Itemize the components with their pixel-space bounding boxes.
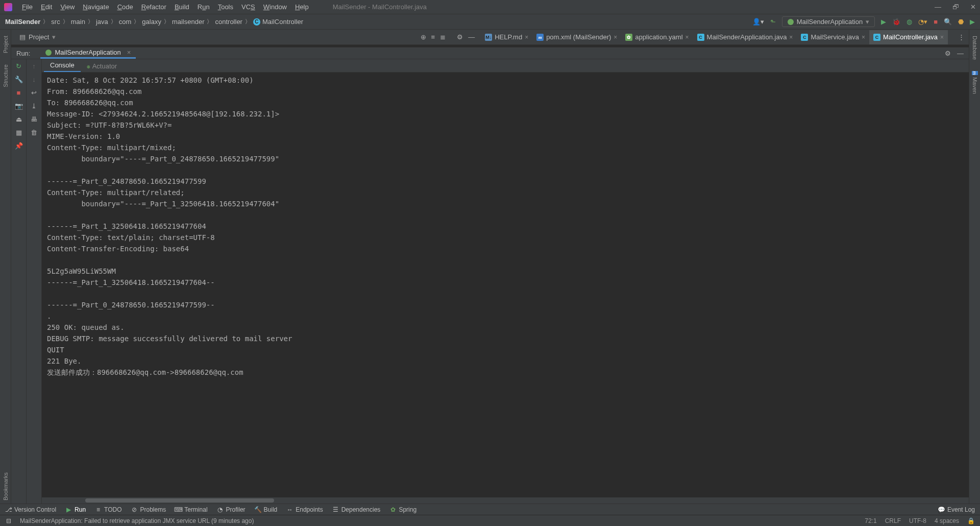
locate-icon[interactable]: ⊕ xyxy=(421,33,426,41)
minimize-button[interactable]: — xyxy=(935,3,941,11)
build-icon[interactable]: ⬑ xyxy=(770,18,776,26)
editor-tab[interactable]: mpom.xml (MailSender)× xyxy=(532,30,621,44)
tool-project[interactable]: Project xyxy=(2,33,10,56)
menu-help[interactable]: Help xyxy=(291,2,312,12)
soft-wrap-icon[interactable]: ↩ xyxy=(30,88,39,97)
menu-tools[interactable]: Tools xyxy=(214,2,237,12)
tool-structure[interactable]: Structure xyxy=(2,61,10,90)
menu-refactor[interactable]: Refactor xyxy=(138,2,170,12)
stop-button[interactable]: ■ xyxy=(934,18,938,26)
editor-tab[interactable]: CMailService.java× xyxy=(797,30,869,44)
toolwindow-settings-icon[interactable]: ⚙ xyxy=(945,50,951,57)
indent-setting[interactable]: 4 spaces xyxy=(935,517,959,524)
settings-icon[interactable]: ⚙ xyxy=(457,33,463,41)
debug-button[interactable]: 🐞 xyxy=(892,18,900,26)
actuator-tab[interactable]: ⎈Actuator xyxy=(81,60,123,72)
clear-all-icon[interactable]: 🗑 xyxy=(30,128,39,137)
search-everywhere-icon[interactable]: 🔍 xyxy=(944,18,952,26)
coverage-button[interactable]: ◍ xyxy=(906,18,912,26)
hide-panel-icon[interactable]: — xyxy=(468,33,475,41)
breadcrumb-item[interactable]: main xyxy=(71,18,85,26)
close-tab-icon[interactable]: × xyxy=(940,34,944,41)
expand-all-icon[interactable]: ≡ xyxy=(431,33,435,41)
collapse-all-icon[interactable]: ≣ xyxy=(440,33,446,41)
close-window-button[interactable]: ✕ xyxy=(970,3,976,11)
console-output[interactable]: Date: Sat, 8 Oct 2022 16:57:57 +0800 (GM… xyxy=(42,73,969,497)
tool-build[interactable]: 🔨Build xyxy=(255,506,278,513)
file-encoding[interactable]: UTF-8 xyxy=(909,517,926,524)
rerun-icon[interactable]: ↻ xyxy=(14,61,23,70)
maven-file-icon: m xyxy=(536,34,544,41)
scroll-to-end-icon[interactable]: ⤓ xyxy=(30,101,39,110)
exit-icon[interactable]: ⏏ xyxy=(14,114,23,124)
menu-navigate[interactable]: Navigate xyxy=(79,2,112,12)
down-stack-icon[interactable]: ↓ xyxy=(30,75,39,84)
tool-profiler[interactable]: ◔Profiler xyxy=(217,506,246,513)
tool-todo[interactable]: ≡TODO xyxy=(95,506,121,513)
ide-settings-icon[interactable]: ▶ xyxy=(970,18,975,26)
project-dropdown[interactable]: ▤ Project ▾ xyxy=(15,32,60,42)
run-configuration-selector[interactable]: MailSenderApplication ▾ xyxy=(782,16,875,27)
line-separator[interactable]: CRLF xyxy=(885,517,901,524)
tool-event-log[interactable]: 💬Event Log xyxy=(938,506,975,513)
vcs-icon: ⎇ xyxy=(5,506,12,513)
tool-terminal[interactable]: ⌨Terminal xyxy=(175,506,207,513)
readonly-lock-icon[interactable]: 🔒 xyxy=(967,517,975,524)
tool-run[interactable]: ▶Run xyxy=(65,506,86,513)
close-tab-icon[interactable]: × xyxy=(525,34,528,41)
menu-view[interactable]: View xyxy=(57,2,78,12)
hide-toolwindow-icon[interactable]: — xyxy=(957,50,964,57)
editor-tab[interactable]: CMailSenderApplication.java× xyxy=(693,30,797,44)
pin-icon[interactable]: 📌 xyxy=(14,141,23,150)
menu-run[interactable]: Run xyxy=(194,2,213,12)
tool-spring[interactable]: ✿Spring xyxy=(389,506,416,513)
editor-tab[interactable]: M↓HELP.md× xyxy=(481,30,532,44)
caret-position[interactable]: 72:1 xyxy=(865,517,876,524)
print-icon[interactable]: 🖶 xyxy=(30,114,39,124)
close-tab-icon[interactable]: × xyxy=(127,49,131,56)
tab-list-icon[interactable]: ⋮ xyxy=(958,33,965,41)
breadcrumb-item[interactable]: MailController xyxy=(262,18,303,26)
breadcrumb-item[interactable]: com xyxy=(119,18,132,26)
menu-code[interactable]: Code xyxy=(114,2,137,12)
horizontal-scrollbar[interactable] xyxy=(42,497,969,504)
breadcrumb-item[interactable]: java xyxy=(96,18,108,26)
tool-database[interactable]: Database xyxy=(971,33,979,63)
tool-problems[interactable]: ⊘Problems xyxy=(131,506,166,513)
breadcrumb-item[interactable]: MailSender xyxy=(5,18,40,26)
tool-version-control[interactable]: ⎇Version Control xyxy=(5,506,56,513)
breadcrumb-item[interactable]: galaxy xyxy=(142,18,161,26)
close-tab-icon[interactable]: × xyxy=(614,34,617,41)
console-tab[interactable]: Console xyxy=(44,59,81,72)
close-tab-icon[interactable]: × xyxy=(862,34,865,41)
close-tab-icon[interactable]: × xyxy=(789,34,793,41)
breadcrumb-item[interactable]: controller xyxy=(215,18,242,26)
scrollbar-thumb[interactable] xyxy=(85,498,274,503)
menu-file[interactable]: File xyxy=(18,2,36,12)
editor-tab[interactable]: ✿application.yaml× xyxy=(621,30,693,44)
tool-endpoints[interactable]: ↔Endpoints xyxy=(286,506,323,513)
maximize-button[interactable]: 🗗 xyxy=(952,3,959,11)
code-with-me-icon[interactable]: 👤▾ xyxy=(752,18,764,26)
breadcrumb-item[interactable]: mailsender xyxy=(172,18,205,26)
close-tab-icon[interactable]: × xyxy=(685,34,689,41)
dump-threads-icon[interactable]: 📷 xyxy=(14,101,23,110)
tool-maven[interactable]: mMaven xyxy=(971,68,979,97)
run-button[interactable]: ▶ xyxy=(881,18,886,26)
stop-process-icon[interactable]: ■ xyxy=(14,88,23,97)
up-stack-icon[interactable]: ↑ xyxy=(30,61,39,70)
menu-build[interactable]: Build xyxy=(171,2,193,12)
tool-dependencies[interactable]: ☰Dependencies xyxy=(332,506,381,513)
status-log-icon[interactable]: ⊟ xyxy=(5,517,12,524)
menu-window[interactable]: Window xyxy=(260,2,290,12)
profiler-button[interactable]: ◔▾ xyxy=(918,18,927,26)
editor-tab-active[interactable]: CMailController.java× xyxy=(869,30,948,44)
layout-icon[interactable]: ▦ xyxy=(14,128,23,137)
updates-icon[interactable]: ⬣ xyxy=(958,18,964,26)
menu-edit[interactable]: Edit xyxy=(37,2,56,12)
menu-vcs[interactable]: VCS xyxy=(238,2,259,12)
tool-bookmarks[interactable]: Bookmarks xyxy=(2,469,10,504)
modify-run-config-icon[interactable]: 🔧 xyxy=(14,75,23,84)
breadcrumb-item[interactable]: src xyxy=(51,18,60,26)
run-tab-active[interactable]: MailSenderApplication × xyxy=(40,47,136,59)
